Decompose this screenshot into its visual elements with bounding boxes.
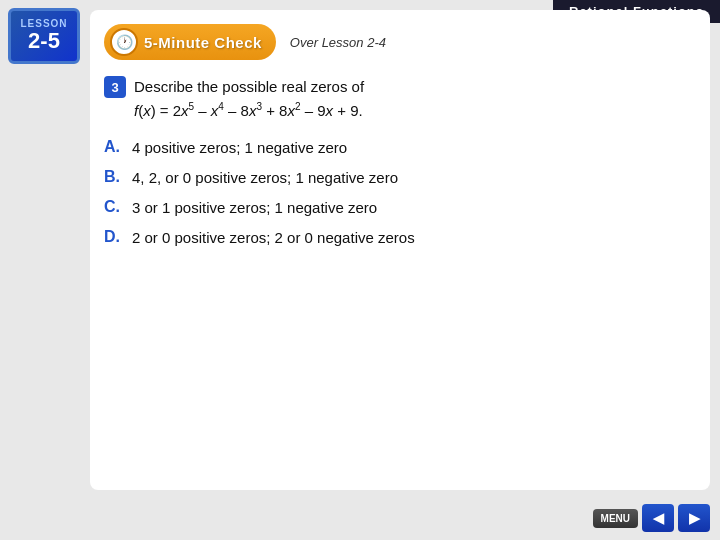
answer-letter-a: A. [104,138,132,156]
question-row: 3 Describe the possible real zeros of f(… [104,76,690,122]
check-header: 🕐 5-Minute Check Over Lesson 2-4 [104,24,690,60]
bottom-bar: MENU ◀ ▶ [593,504,710,532]
answer-item-b[interactable]: B. 4, 2, or 0 positive zeros; 1 negative… [104,168,690,186]
question-line2: f(x) = 2x5 – x4 – 8x3 + 8x2 – 9x + 9. [134,99,364,123]
answer-letter-c: C. [104,198,132,216]
prev-button[interactable]: ◀ [642,504,674,532]
lesson-badge: LESSON 2-5 [8,8,80,64]
answer-item-a[interactable]: A. 4 positive zeros; 1 negative zero [104,138,690,156]
answer-item-c[interactable]: C. 3 or 1 positive zeros; 1 negative zer… [104,198,690,216]
over-lesson: Over Lesson 2-4 [290,35,386,50]
question-number: 3 [104,76,126,98]
clock-icon: 🕐 [110,28,138,56]
answer-list: A. 4 positive zeros; 1 negative zero B. … [104,138,690,246]
answer-letter-d: D. [104,228,132,246]
check-label: 5-Minute Check [144,34,262,51]
main-content: 🕐 5-Minute Check Over Lesson 2-4 3 Descr… [90,10,710,490]
check-badge: 🕐 5-Minute Check [104,24,276,60]
answer-text-b: 4, 2, or 0 positive zeros; 1 negative ze… [132,169,398,186]
question-block: 3 Describe the possible real zeros of f(… [104,76,690,122]
answer-item-d[interactable]: D. 2 or 0 positive zeros; 2 or 0 negativ… [104,228,690,246]
lesson-number: 2-5 [28,29,60,53]
next-button[interactable]: ▶ [678,504,710,532]
question-line1: Describe the possible real zeros of [134,76,364,99]
menu-button[interactable]: MENU [593,509,638,528]
answer-letter-b: B. [104,168,132,186]
answer-text-d: 2 or 0 positive zeros; 2 or 0 negative z… [132,229,415,246]
question-text: Describe the possible real zeros of f(x)… [134,76,364,122]
answer-text-a: 4 positive zeros; 1 negative zero [132,139,347,156]
answer-text-c: 3 or 1 positive zeros; 1 negative zero [132,199,377,216]
